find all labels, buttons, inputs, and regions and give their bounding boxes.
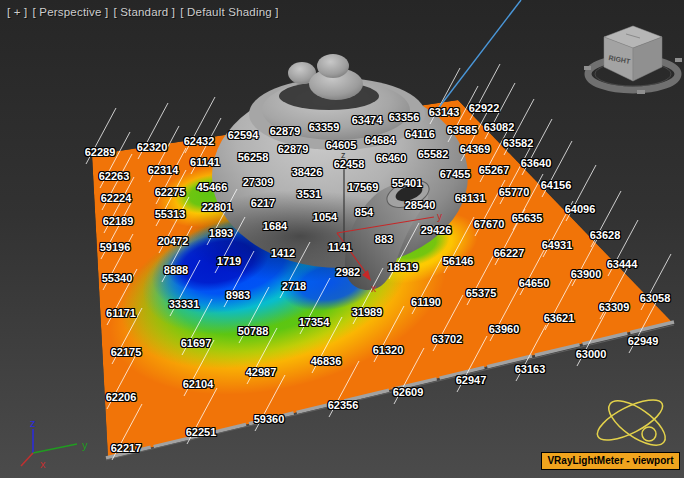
viewport-pov-menu[interactable]: [ Perspective ]: [33, 6, 109, 18]
world-axis-gizmo: z y x: [21, 417, 88, 470]
scene-3d: z y x RIGHT: [0, 0, 684, 478]
tripod-x-label: x: [371, 283, 376, 294]
viewcube-ring-mark[interactable]: [675, 58, 682, 62]
world-axis-y-label: y: [82, 439, 88, 451]
viewport-canvas[interactable]: z y x RIGHT: [0, 0, 684, 478]
tripod-z-label: z: [341, 150, 346, 160]
viewcube-ring-mark[interactable]: [637, 90, 645, 94]
tripod-y-label: y: [437, 211, 442, 222]
viewport-label-bar: [ + ] [ Perspective ] [ Standard ] [ Def…: [7, 6, 279, 18]
viewport-general-menu[interactable]: [ + ]: [7, 6, 28, 18]
vray-lightmeter-icon[interactable]: [592, 392, 672, 453]
view-cube[interactable]: RIGHT: [584, 26, 682, 94]
world-axis-x-label: x: [40, 458, 46, 470]
viewport-shading-menu[interactable]: [ Default Shading ]: [180, 6, 278, 18]
light-ray-line: [437, 0, 521, 110]
viewcube-ring-mark[interactable]: [584, 66, 591, 70]
world-axis-z-label: z: [30, 417, 36, 429]
lightmeter-viewport-badge: VRayLightMeter - viewport: [541, 452, 680, 470]
viewport-render-preset-menu[interactable]: [ Standard ]: [113, 6, 175, 18]
